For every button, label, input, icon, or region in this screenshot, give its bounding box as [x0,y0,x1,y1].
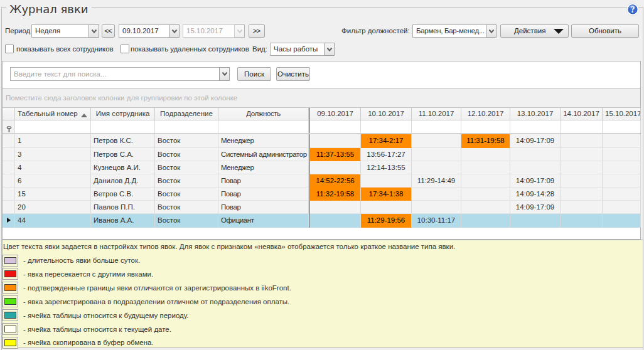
filter-cell[interactable] [155,120,218,133]
cell[interactable]: Данилов Д.Д. [91,174,155,188]
cell[interactable]: Павлов П.П. [91,201,155,214]
empty-day-cell[interactable] [412,161,461,174]
chevron-down-icon[interactable] [486,24,496,38]
cell[interactable]: Кузнецов А.И. [91,161,155,174]
group-by-band[interactable]: Поместите сюда заголовок колонки для гру… [3,88,640,107]
period-combobox[interactable]: Неделя [31,24,99,38]
attendance-cell[interactable]: 10:30-11:17 [412,214,461,228]
empty-day-cell[interactable] [510,214,561,228]
filter-cell[interactable] [361,120,412,133]
cell[interactable]: 3 [15,148,91,161]
help-icon[interactable]: ? [626,3,640,16]
empty-day-cell[interactable] [561,201,603,214]
attendance-cell[interactable]: 11:29-14:49 [412,174,461,188]
empty-day-cell[interactable] [412,188,461,201]
empty-day-cell[interactable] [561,214,603,228]
empty-day-cell[interactable] [561,134,603,148]
cell[interactable]: Повар [218,174,309,188]
empty-day-cell[interactable] [603,174,641,188]
column-header[interactable]: Табельный номер [15,108,91,120]
empty-day-cell[interactable] [603,214,641,228]
empty-day-cell[interactable] [461,148,510,161]
cell[interactable]: Восток [155,174,218,188]
cell[interactable]: Восток [155,188,218,201]
cell[interactable]: Повар [218,201,309,214]
filter-cell[interactable] [510,120,561,133]
empty-day-cell[interactable] [603,201,641,214]
attendance-cell[interactable]: 11:32-19:58 [310,188,361,201]
empty-day-cell[interactable] [510,161,561,174]
clear-button[interactable]: Очистить [276,67,310,81]
empty-day-cell[interactable] [310,161,361,174]
filter-cell[interactable] [603,120,641,133]
attendance-cell[interactable]: 17:34-2:17 [361,134,412,148]
attendance-cell[interactable]: 11:37-13:55 [310,148,361,161]
date-from-combobox[interactable]: 09.10.2017 [119,24,180,38]
empty-day-cell[interactable] [603,161,641,174]
filter-cell[interactable] [412,120,461,133]
employee-row[interactable]: 44Иванов А.А.ВостокОфициант11:29-19:5610… [3,214,640,228]
cell[interactable]: Восток [155,161,218,174]
empty-day-cell[interactable] [412,201,461,214]
column-header-date[interactable]: 12.10.2017 [461,108,510,120]
chevron-down-icon[interactable] [219,67,230,81]
employee-row[interactable]: 1Петров К.С.ВостокМенеджер17:34-2:1711:3… [3,134,640,148]
cell[interactable]: 15 [15,188,91,201]
filter-cell[interactable] [218,120,309,133]
employee-row[interactable]: 3Петров С.А.ВостокСистемный администрато… [3,148,640,161]
search-button[interactable]: Поиск [237,67,271,81]
empty-day-cell[interactable] [561,188,603,201]
cell[interactable]: 6 [15,174,91,188]
column-header[interactable]: Должность [218,108,309,120]
filter-cell[interactable] [461,120,510,133]
cell[interactable]: Иванов А.А. [91,214,155,228]
employee-row[interactable]: 6Данилов Д.Д.ВостокПовар14:52-22:5611:29… [3,174,640,188]
attendance-cell[interactable]: 14:52-22:56 [310,174,361,188]
chevron-down-icon[interactable] [169,24,180,38]
empty-day-cell[interactable] [310,214,361,228]
column-header-date[interactable]: 09.10.2017 [310,108,361,120]
empty-day-cell[interactable] [461,161,510,174]
employee-row[interactable]: 20Павлов П.П.ВостокПовар14:09-17:09 [3,201,640,214]
cell[interactable]: 44 [15,214,91,228]
cell[interactable]: Менеджер [218,134,309,148]
empty-day-cell[interactable] [461,201,510,214]
column-header-date[interactable]: 13.10.2017 [510,108,561,120]
show-deleted-employees-checkbox[interactable] [121,45,129,53]
employee-row[interactable]: 4Кузнецов А.И.ВостокМенеджер12:14-13:55 [3,161,640,174]
search-combobox[interactable]: Введите текст для поиска... [10,67,230,81]
refresh-button[interactable]: Обновить [571,24,639,38]
empty-day-cell[interactable] [361,174,412,188]
cell[interactable]: Петров К.С. [91,134,155,148]
cell[interactable]: 20 [15,201,91,214]
show-deleted-employees-label[interactable]: показывать удаленных сотрудников [131,43,249,56]
next-period-button[interactable]: >> [249,24,265,38]
attendance-cell[interactable]: 17:34-1:38 [361,188,412,201]
empty-day-cell[interactable] [412,134,461,148]
column-header-date[interactable]: 15.10.2017 [603,108,641,120]
attendance-cell[interactable]: 13:56-17:27 [361,148,412,161]
attendance-cell[interactable]: 12:14-13:55 [361,161,412,174]
show-all-employees-label[interactable]: показывать всех сотрудников [16,43,113,56]
empty-day-cell[interactable] [361,201,412,214]
cell[interactable]: Менеджер [218,161,309,174]
empty-day-cell[interactable] [603,188,641,201]
view-combobox[interactable]: Часы работы [270,43,335,56]
filter-cell[interactable] [561,120,603,133]
empty-day-cell[interactable] [603,134,641,148]
empty-day-cell[interactable] [461,188,510,201]
attendance-cell[interactable]: 14:09-14:28 [510,188,561,201]
filter-cell[interactable] [15,120,91,133]
empty-day-cell[interactable] [310,134,361,148]
attendance-cell[interactable]: 14:09-17:09 [510,201,561,214]
chevron-down-icon[interactable] [324,43,335,56]
cell[interactable]: Повар [218,188,309,201]
empty-day-cell[interactable] [603,148,641,161]
attendance-cell[interactable]: 14:09-17:09 [510,134,561,148]
empty-day-cell[interactable] [561,161,603,174]
filter-cell[interactable] [310,120,361,133]
empty-day-cell[interactable] [412,148,461,161]
cell[interactable]: 1 [15,134,91,148]
prev-period-button[interactable]: << [102,24,115,38]
column-header[interactable]: Подразделение [155,108,218,120]
